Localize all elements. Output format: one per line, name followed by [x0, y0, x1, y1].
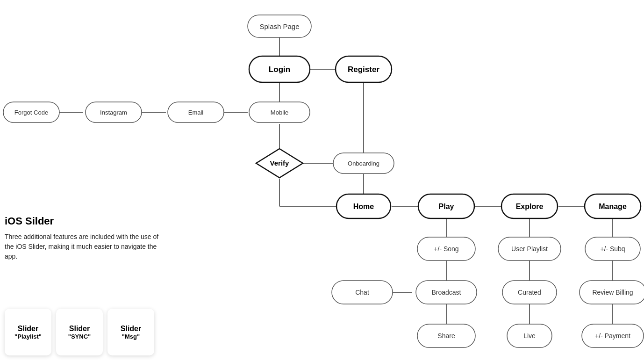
manage-label: Manage — [599, 203, 627, 210]
curated-label: Curated — [518, 289, 541, 296]
flowchart: Splash Page Login Register Forgot Code I… — [0, 0, 644, 362]
splash-label: Splash Page — [259, 22, 299, 30]
user-playlist-label: User Playlist — [511, 245, 548, 253]
instagram-label: Instagram — [100, 109, 127, 116]
plus-minus-subq-label: +/- Subq — [600, 245, 625, 253]
slider-playlist-title: Slider — [18, 325, 38, 333]
slider-card-playlist: Slider "Playlist" — [5, 309, 51, 355]
left-panel: iOS Silder Three additional features are… — [0, 215, 168, 261]
mobile-label: Mobile — [271, 109, 288, 116]
ios-desc: Three additional features are included w… — [5, 232, 164, 261]
share-label: Share — [437, 332, 455, 340]
home-label: Home — [353, 203, 374, 210]
plus-minus-payment-label: +/- Payment — [595, 332, 630, 340]
slider-sync-title: Slider — [69, 325, 90, 333]
slider-sync-sub: "SYNC" — [68, 333, 91, 340]
email-label: Email — [188, 109, 204, 116]
live-label: Live — [523, 332, 536, 340]
review-billing-label: Review Billing — [592, 289, 633, 296]
plus-minus-song-label: +/- Song — [434, 245, 458, 253]
ios-title: iOS Silder — [5, 215, 164, 227]
onboarding-label: Onboarding — [348, 160, 379, 167]
login-label: Login — [269, 65, 290, 74]
slider-card-sync: Slider "SYNC" — [56, 309, 103, 355]
broadcast-label: Broadcast — [431, 289, 461, 296]
slider-cards: Slider "Playlist" Slider "SYNC" Slider "… — [0, 309, 159, 355]
slider-playlist-sub: "Playlist" — [14, 333, 42, 340]
explore-label: Explore — [516, 203, 544, 210]
forgot-code-label: Forgot Code — [14, 109, 48, 116]
verify-label: Verify — [270, 159, 290, 167]
register-label: Register — [348, 65, 379, 74]
slider-msg-title: Slider — [121, 325, 141, 333]
play-label: Play — [439, 203, 454, 210]
slider-card-msg: Slider "Msg" — [107, 309, 154, 355]
chat-label: Chat — [355, 289, 369, 296]
slider-msg-sub: "Msg" — [122, 333, 140, 340]
